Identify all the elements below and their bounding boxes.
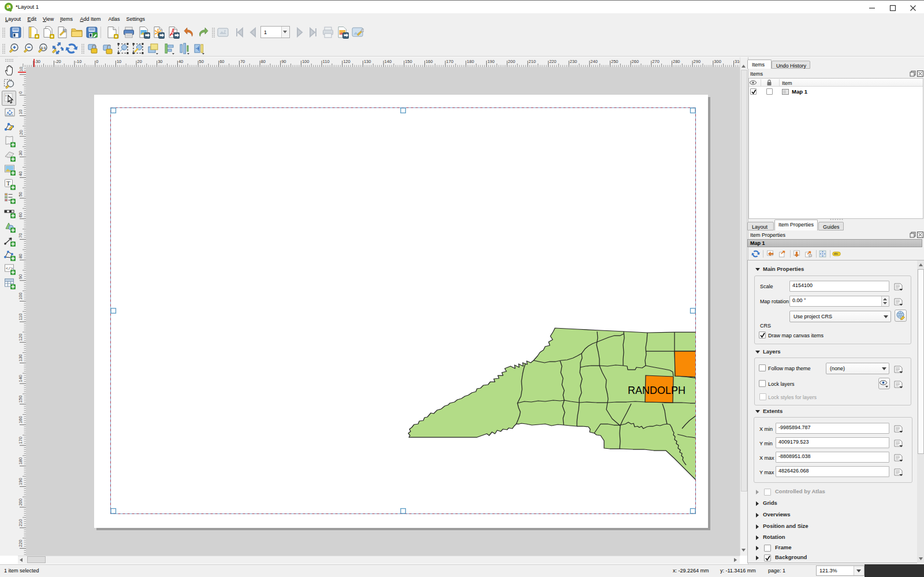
svg-text:110: 110: [18, 314, 24, 321]
svg-text:40: 40: [18, 172, 24, 176]
svg-text:120: 120: [18, 334, 24, 341]
svg-text:70: 70: [240, 59, 245, 64]
svg-text:80: 80: [261, 59, 266, 64]
svg-text:-10: -10: [76, 59, 82, 64]
svg-text:150: 150: [405, 59, 412, 64]
svg-text:110: 110: [323, 59, 330, 64]
svg-text:160: 160: [426, 59, 433, 64]
svg-text:10: 10: [18, 110, 24, 114]
svg-text:250: 250: [611, 59, 619, 64]
svg-text:100: 100: [18, 292, 24, 300]
svg-text:40: 40: [178, 59, 183, 64]
svg-text:1:1: 1:1: [41, 46, 46, 50]
svg-text:230: 230: [570, 59, 578, 64]
svg-text:abc: abc: [834, 252, 839, 255]
svg-text:210: 210: [528, 59, 536, 64]
svg-text:20: 20: [18, 130, 24, 135]
svg-text:290: 290: [694, 59, 701, 64]
svg-text:170: 170: [446, 59, 454, 64]
svg-text:120: 120: [343, 59, 351, 64]
svg-text:220: 220: [18, 539, 24, 547]
svg-text:30: 30: [158, 59, 162, 64]
svg-text:60: 60: [18, 213, 24, 217]
svg-text:T: T: [6, 180, 10, 187]
svg-text:130: 130: [364, 59, 371, 64]
svg-text:140: 140: [18, 375, 24, 382]
svg-text:90: 90: [281, 59, 286, 64]
svg-text:-30: -30: [34, 59, 40, 64]
svg-text:190: 190: [487, 59, 495, 64]
svg-text:160: 160: [18, 416, 24, 423]
svg-text:180: 180: [18, 457, 24, 465]
svg-text:50: 50: [199, 59, 204, 64]
svg-text:10: 10: [117, 59, 121, 64]
svg-text:200: 200: [508, 59, 516, 64]
svg-text:150: 150: [18, 396, 24, 403]
svg-text:60: 60: [219, 59, 224, 64]
svg-text:240: 240: [590, 59, 598, 64]
svg-text:90: 90: [18, 274, 24, 279]
svg-text:70: 70: [18, 233, 24, 238]
svg-text:0: 0: [96, 59, 98, 64]
svg-text:20: 20: [137, 59, 142, 64]
svg-text:170: 170: [18, 437, 24, 444]
svg-text:200: 200: [18, 498, 24, 506]
svg-text:50: 50: [18, 192, 24, 196]
svg-text:280: 280: [673, 59, 680, 64]
svg-text:220: 220: [549, 59, 557, 64]
svg-text:260: 260: [632, 59, 639, 64]
svg-text:130: 130: [18, 354, 24, 362]
svg-text:100: 100: [302, 59, 310, 64]
svg-text:30: 30: [18, 151, 24, 155]
svg-text:310: 310: [735, 59, 740, 64]
svg-text:140: 140: [385, 59, 392, 64]
svg-text:270: 270: [652, 59, 660, 64]
svg-text:80: 80: [18, 254, 24, 258]
svg-text:-20: -20: [55, 59, 61, 64]
svg-text:0: 0: [18, 91, 24, 94]
svg-text:300: 300: [714, 59, 721, 64]
svg-text:190: 190: [18, 478, 24, 485]
svg-text:180: 180: [467, 59, 474, 64]
svg-text:210: 210: [18, 519, 24, 527]
